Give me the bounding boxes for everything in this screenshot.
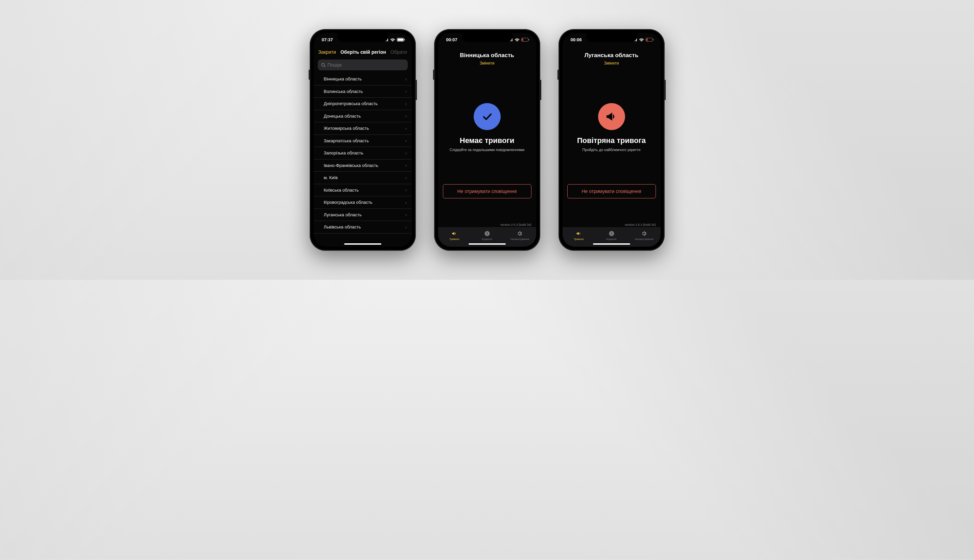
battery-low-icon — [521, 38, 529, 42]
change-region-link[interactable]: Змінити — [604, 61, 619, 65]
region-title: Луганська область — [562, 52, 660, 59]
notch — [337, 33, 388, 42]
gear-icon — [641, 230, 647, 237]
chevron-right-icon: › — [405, 212, 407, 217]
mute-notifications-button[interactable]: Не отримувати сповіщення — [567, 184, 656, 198]
wifi-icon — [515, 38, 520, 42]
region-row[interactable]: Івано-Франківська область› — [314, 160, 412, 172]
phone-mockup-2: 00:07 Вінницька область Змінити Немає тр… — [434, 29, 540, 251]
region-row[interactable]: Закарпатська область› — [314, 135, 412, 147]
svg-point-28 — [611, 232, 612, 233]
tab-settings[interactable]: Налаштування — [504, 227, 536, 244]
chevron-right-icon: › — [405, 88, 407, 94]
modal-navbar: Закрити Оберіть свій регіон Обрати — [314, 46, 412, 58]
region-row[interactable]: м. Київ› — [314, 172, 412, 184]
phone-mockup-1: 07:37 Закрити Оберіть свій регіон Обрати… — [310, 29, 416, 251]
chevron-right-icon: › — [405, 200, 407, 205]
region-label: Луганська область — [324, 212, 362, 217]
status-ok-icon — [474, 103, 501, 130]
region-row[interactable]: Луганська область› — [314, 209, 412, 222]
status-title: Немає тривоги — [460, 136, 514, 145]
region-row[interactable]: Запорізька область› — [314, 147, 412, 160]
tab-label: Корисне — [606, 238, 617, 241]
region-label: Закарпатська область — [324, 138, 369, 143]
status-time: 07:37 — [322, 37, 333, 42]
svg-rect-25 — [653, 39, 654, 40]
wifi-icon — [639, 38, 644, 42]
battery-full-icon — [397, 38, 405, 42]
chevron-right-icon: › — [405, 101, 407, 107]
screen-region-picker: 07:37 Закрити Оберіть свій регіон Обрати… — [314, 33, 412, 247]
mute-notifications-button[interactable]: Не отримувати сповіщення — [443, 184, 532, 198]
status-subtitle: Пройдіть до найближчого укриття — [582, 148, 640, 152]
status-alert-icon — [598, 103, 625, 130]
chevron-right-icon: › — [405, 163, 407, 168]
status-block: Немає тривоги Слідкуйте за подальшими по… — [438, 103, 536, 152]
svg-rect-27 — [611, 233, 612, 235]
header: Луганська область Змінити — [562, 46, 660, 66]
tab-alerts[interactable]: Тривоги — [562, 227, 595, 244]
svg-rect-24 — [646, 38, 648, 41]
info-icon — [609, 230, 615, 237]
chevron-right-icon: › — [405, 187, 407, 193]
notch — [462, 33, 512, 42]
screen-no-alert: 00:07 Вінницька область Змінити Немає тр… — [438, 33, 536, 247]
chevron-right-icon: › — [405, 175, 407, 180]
tab-useful[interactable]: Корисне — [470, 227, 504, 244]
home-indicator[interactable] — [593, 243, 630, 245]
region-row[interactable]: Київська область› — [314, 184, 412, 197]
chevron-right-icon: › — [405, 138, 407, 143]
svg-rect-17 — [487, 233, 487, 235]
wifi-icon — [390, 38, 395, 42]
version-label: version 2.5.3 (build 34) — [562, 221, 660, 227]
tab-settings[interactable]: Налаштування — [628, 227, 660, 244]
close-button[interactable]: Закрити — [319, 49, 336, 55]
chevron-right-icon: › — [405, 126, 407, 131]
region-label: Київська область — [324, 188, 359, 193]
region-row[interactable]: Вінницька область› — [314, 73, 412, 85]
region-row[interactable]: Кіровоградська область› — [314, 197, 412, 209]
megaphone-icon — [576, 230, 582, 237]
region-label: Вінницька область — [324, 77, 362, 82]
change-region-link[interactable]: Змінити — [480, 61, 495, 65]
region-row[interactable]: Житомирська область› — [314, 122, 412, 135]
region-label: Житомирська область — [324, 126, 369, 131]
search-box[interactable] — [318, 60, 408, 70]
region-label: Донецька область — [324, 113, 361, 118]
home-indicator[interactable] — [344, 243, 381, 245]
info-icon — [484, 230, 490, 237]
svg-rect-5 — [398, 38, 403, 41]
status-block: Повітряна тривога Пройдіть до найближчог… — [562, 103, 660, 152]
header: Вінницька область Змінити — [438, 46, 536, 66]
svg-line-8 — [324, 66, 325, 67]
region-row[interactable]: Дніпропетровська область› — [314, 98, 412, 110]
megaphone-icon — [451, 230, 457, 237]
region-row[interactable]: Донецька область› — [314, 110, 412, 123]
chevron-right-icon: › — [405, 113, 407, 118]
region-title: Вінницька область — [438, 52, 536, 59]
button-label: Не отримувати сповіщення — [457, 188, 517, 194]
button-label: Не отримувати сповіщення — [582, 188, 641, 194]
version-label: version 2.5.3 (build 34) — [438, 221, 536, 227]
phone-mockup-3: 00:06 Луганська область Змінити Повітрян… — [559, 29, 665, 251]
status-time: 00:06 — [571, 37, 582, 42]
region-row[interactable]: Волинська область› — [314, 85, 412, 98]
search-input[interactable] — [328, 62, 404, 68]
home-indicator[interactable] — [469, 243, 506, 245]
tab-useful[interactable]: Корисне — [595, 227, 628, 244]
chevron-right-icon: › — [405, 150, 407, 156]
region-row[interactable]: Львівська область› — [314, 221, 412, 233]
region-list[interactable]: Вінницька область›Волинська область›Дніп… — [314, 73, 412, 247]
status-subtitle: Слідкуйте за подальшими повідомленнями — [450, 148, 524, 152]
region-label: Запорізька область — [324, 150, 364, 155]
battery-low-icon — [646, 38, 654, 42]
tab-alerts[interactable]: Тривоги — [438, 227, 471, 244]
svg-rect-14 — [522, 38, 523, 41]
select-button[interactable]: Обрати — [390, 49, 407, 55]
notch — [586, 33, 637, 42]
svg-point-18 — [487, 232, 487, 233]
svg-rect-15 — [529, 39, 529, 40]
megaphone-icon — [604, 109, 619, 124]
tab-label: Тривоги — [574, 238, 584, 241]
region-label: Волинська область — [324, 89, 363, 94]
